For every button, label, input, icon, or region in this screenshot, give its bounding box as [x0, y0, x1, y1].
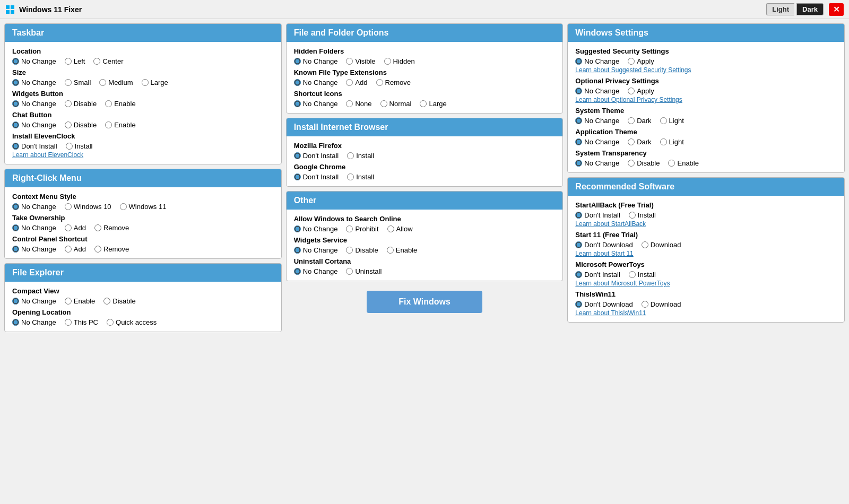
search-online-options: No Change Prohibit Allow — [294, 225, 556, 233]
chat-enable[interactable]: Enable — [105, 121, 135, 129]
elevenclock-dont-install[interactable]: Don't Install — [12, 142, 57, 150]
control-panel-label: Control Panel Shortcut — [12, 235, 274, 243]
ws-enable[interactable]: Enable — [387, 246, 417, 254]
start11-group: Start 11 (Free Trial) Don't Download Dow… — [575, 231, 837, 257]
chrome-install[interactable]: Install — [347, 173, 374, 181]
so-prohibit[interactable]: Prohibit — [346, 225, 378, 233]
taskbar-size-medium[interactable]: Medium — [99, 79, 133, 86]
taskbar-location-no-change[interactable]: No Change — [12, 57, 56, 65]
st-light[interactable]: Light — [660, 117, 684, 125]
context-win10[interactable]: Windows 10 — [65, 203, 111, 211]
widgets-no-change[interactable]: No Change — [12, 100, 56, 108]
cpanel-no-change[interactable]: No Change — [12, 245, 56, 253]
suggested-security-link[interactable]: Learn about Suggested Security Settings — [575, 66, 837, 74]
hf-visible[interactable]: Visible — [346, 57, 375, 65]
firefox-label: Mozilla Firefox — [294, 142, 556, 150]
si-none[interactable]: None — [346, 100, 371, 108]
hidden-folders-options: No Change Visible Hidden — [294, 57, 556, 65]
st-dark[interactable]: Dark — [628, 117, 651, 125]
powertoys-options: Don't Install Install — [575, 271, 837, 279]
taskbar-panel: Taskbar Location No Change Left Center S… — [4, 23, 282, 164]
thisiswin11-link[interactable]: Learn about ThisIsWin11 — [575, 309, 837, 317]
hf-hidden[interactable]: Hidden — [384, 57, 415, 65]
svg-rect-3 — [11, 10, 14, 14]
system-theme-options: No Change Dark Light — [575, 117, 837, 125]
tiw-dont-download[interactable]: Don't Download — [575, 300, 633, 308]
ownership-remove[interactable]: Remove — [94, 224, 129, 232]
powertoys-link[interactable]: Learn about Microsoft PowerToys — [575, 280, 837, 287]
chat-disable[interactable]: Disable — [65, 121, 97, 129]
other-header: Other — [287, 192, 563, 210]
so-no-change[interactable]: No Change — [294, 225, 338, 233]
hf-no-change[interactable]: No Change — [294, 57, 338, 65]
st-no-change[interactable]: No Change — [575, 117, 619, 125]
close-button[interactable]: ✕ — [829, 3, 844, 16]
at-no-change[interactable]: No Change — [575, 138, 619, 146]
pt-dont-install[interactable]: Don't Install — [575, 271, 620, 279]
s11-download[interactable]: Download — [642, 241, 681, 249]
at-dark[interactable]: Dark — [628, 138, 651, 146]
cpanel-add[interactable]: Add — [65, 245, 86, 253]
s11-dont-download[interactable]: Don't Download — [575, 241, 633, 249]
optional-privacy-link[interactable]: Learn about Optional Privacy Settings — [575, 96, 837, 103]
search-online-label: Allow Windows to Search Online — [294, 215, 556, 223]
taskbar-body: Location No Change Left Center Size No C… — [5, 42, 281, 164]
chat-no-change[interactable]: No Change — [12, 121, 56, 129]
ownership-add[interactable]: Add — [65, 224, 86, 232]
app-icon — [5, 5, 15, 14]
open-loc-quickaccess[interactable]: Quick access — [107, 318, 157, 326]
fte-no-change[interactable]: No Change — [294, 79, 338, 86]
open-loc-thispc[interactable]: This PC — [65, 318, 98, 326]
compact-disable[interactable]: Disable — [103, 297, 135, 305]
fte-add[interactable]: Add — [346, 79, 367, 86]
si-no-change[interactable]: No Change — [294, 100, 338, 108]
fte-remove[interactable]: Remove — [376, 79, 411, 86]
open-loc-no-change[interactable]: No Change — [12, 318, 56, 326]
dark-theme-button[interactable]: Dark — [796, 3, 824, 15]
taskbar-size-small[interactable]: Small — [65, 79, 91, 86]
taskbar-location-center[interactable]: Center — [93, 57, 123, 65]
ws-disable[interactable]: Disable — [346, 246, 378, 254]
si-normal[interactable]: Normal — [380, 100, 412, 108]
taskbar-size-large[interactable]: Large — [142, 79, 168, 86]
light-theme-button[interactable]: Light — [766, 3, 794, 15]
at-light[interactable]: Light — [660, 138, 684, 146]
tiw-download[interactable]: Download — [642, 300, 681, 308]
fix-windows-button[interactable]: Fix Windows — [367, 291, 482, 313]
context-win11[interactable]: Windows 11 — [120, 203, 167, 211]
cpanel-remove[interactable]: Remove — [94, 245, 129, 253]
op-apply[interactable]: Apply — [628, 87, 654, 95]
widgets-disable[interactable]: Disable — [65, 100, 97, 108]
compact-enable[interactable]: Enable — [65, 297, 95, 305]
stp-disable[interactable]: Disable — [628, 159, 660, 167]
widgets-enable[interactable]: Enable — [105, 100, 135, 108]
ss-no-change[interactable]: No Change — [575, 57, 619, 65]
stp-enable[interactable]: Enable — [668, 159, 698, 167]
cortana-uninstall[interactable]: Uninstall — [346, 267, 382, 275]
startallback-link[interactable]: Learn about StartAllBack — [575, 220, 837, 228]
op-no-change[interactable]: No Change — [575, 87, 619, 95]
taskbar-size-no-change[interactable]: No Change — [12, 79, 56, 86]
firefox-install[interactable]: Install — [347, 152, 374, 160]
stp-no-change[interactable]: No Change — [575, 159, 619, 167]
chrome-dont-install[interactable]: Don't Install — [294, 173, 339, 181]
firefox-dont-install[interactable]: Don't Install — [294, 152, 339, 160]
file-folder-body: Hidden Folders No Change Visible Hidden … — [287, 42, 563, 113]
elevenclock-link[interactable]: Learn about ElevenClock — [12, 151, 274, 159]
start11-link[interactable]: Learn about Start 11 — [575, 250, 837, 257]
si-large[interactable]: Large — [420, 100, 446, 108]
sab-dont-install[interactable]: Don't Install — [575, 211, 620, 219]
compact-no-change[interactable]: No Change — [12, 297, 56, 305]
sab-install[interactable]: Install — [629, 211, 656, 219]
pt-install[interactable]: Install — [629, 271, 656, 279]
cortana-no-change[interactable]: No Change — [294, 267, 338, 275]
chrome-label: Google Chrome — [294, 163, 556, 171]
taskbar-location-left[interactable]: Left — [65, 57, 85, 65]
so-allow[interactable]: Allow — [387, 225, 413, 233]
ownership-no-change[interactable]: No Change — [12, 224, 56, 232]
ws-no-change[interactable]: No Change — [294, 246, 338, 254]
elevenclock-install[interactable]: Install — [66, 142, 93, 150]
ss-apply[interactable]: Apply — [628, 57, 654, 65]
context-no-change[interactable]: No Change — [12, 203, 56, 211]
widgets-button-label: Widgets Button — [12, 90, 274, 98]
